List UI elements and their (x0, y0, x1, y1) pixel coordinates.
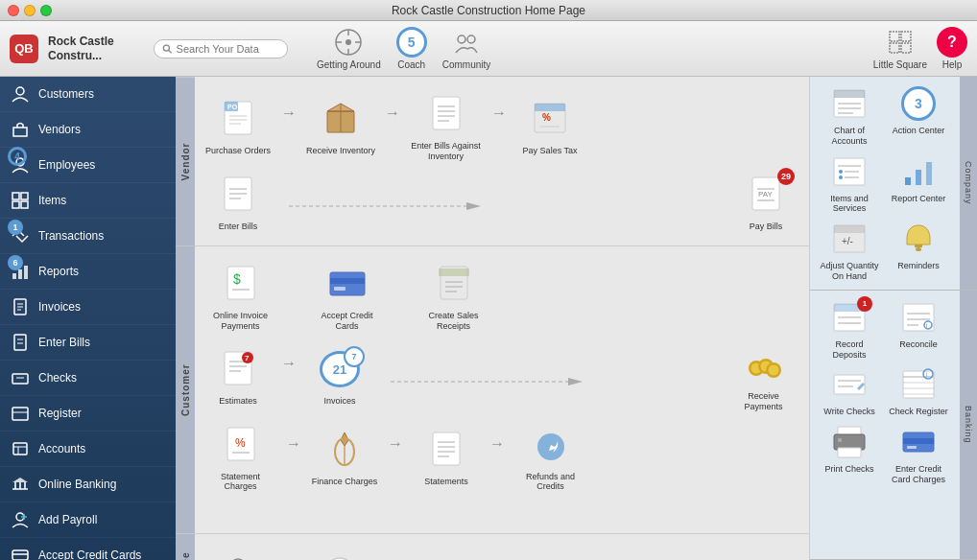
add-payroll-label: Add Payroll (38, 513, 97, 526)
svg-point-126 (839, 170, 843, 174)
svg-point-100 (768, 364, 779, 376)
svg-rect-164 (907, 446, 917, 449)
items-services-item[interactable]: Items and Services (818, 152, 881, 215)
svg-rect-21 (12, 273, 16, 279)
customers-label: Customers (38, 87, 94, 101)
sidebar-item-transactions[interactable]: 1 Transactions (0, 219, 176, 254)
nav-getting-around[interactable]: Getting Around (317, 27, 381, 70)
enter-credit-card-icon (897, 423, 940, 461)
pay-bills-item[interactable]: PAY 29 Pay Bills (732, 172, 799, 232)
help-button[interactable]: ? Help (937, 27, 967, 70)
purchase-orders-item[interactable]: PO Purchase Orders (204, 96, 272, 156)
sidebar-item-reports[interactable]: 6 Reports (0, 254, 176, 290)
close-button[interactable] (8, 5, 19, 16)
sidebar-item-online-banking[interactable]: Online Banking (0, 467, 176, 502)
pay-sales-tax-item[interactable]: % Pay Sales Tax (516, 96, 584, 156)
enter-time-item[interactable]: Enter Time (306, 548, 373, 560)
print-checks-item[interactable]: Print Checks (818, 423, 881, 485)
statement-charges-item[interactable]: % Statement Charges (204, 422, 276, 493)
company-section: Chart of Accounts 3 Action Center (810, 77, 977, 291)
online-banking-icon (10, 474, 31, 495)
search-box[interactable] (154, 39, 288, 58)
report-center-item[interactable]: Report Center (887, 152, 950, 215)
accept-cc-label: Accept Credit Cards (38, 548, 141, 560)
svg-rect-57 (433, 97, 460, 129)
sidebar-item-register[interactable]: Register (0, 396, 176, 432)
action-center-label: Action Center (893, 126, 945, 136)
enter-bills-item[interactable]: Enter Bills (204, 172, 272, 232)
sidebar-item-add-payroll[interactable]: Add Payroll (0, 502, 176, 538)
minimize-button[interactable] (24, 5, 36, 16)
checks-icon (10, 367, 31, 388)
svg-rect-10 (890, 32, 899, 41)
svg-rect-106 (433, 432, 460, 465)
sidebar-item-customers[interactable]: Customers (0, 77, 176, 112)
estimates-item[interactable]: 7 Estimates (204, 346, 272, 407)
svg-point-14 (16, 87, 24, 95)
record-deposits-item[interactable]: 1 Record Deposits (818, 298, 881, 361)
maximize-button[interactable] (40, 5, 52, 16)
svg-rect-160 (838, 438, 842, 442)
statements-item[interactable]: Statements (413, 427, 480, 487)
print-checks-icon (828, 423, 870, 461)
toolbar-nav: Getting Around 5 Coach Community (298, 27, 864, 70)
invoices-circle-label: Invoices (323, 396, 355, 407)
svg-point-3 (346, 39, 351, 45)
adjust-quantity-item[interactable]: +/- Adjust Quantity On Hand (818, 220, 881, 282)
employees-badge: 4 (8, 147, 27, 166)
customer-row-1: $ Online Invoice Payments → (204, 261, 799, 332)
sidebar-item-checks[interactable]: Checks (0, 361, 176, 396)
sidebar-item-items[interactable]: Items (0, 183, 176, 219)
svg-rect-83 (439, 268, 469, 276)
enter-bills-inv-item[interactable]: Enter Bills Against Inventory (410, 91, 482, 162)
svg-text:%: % (542, 112, 551, 123)
reconcile-item[interactable]: i Reconcile (887, 298, 950, 361)
svg-rect-80 (330, 278, 365, 284)
write-checks-item[interactable]: Write Checks (818, 365, 881, 417)
accounts-label: Accounts (38, 442, 85, 455)
svg-rect-17 (12, 193, 19, 199)
invoices-icon (10, 296, 31, 317)
items-services-icon (828, 152, 870, 191)
receive-inventory-item[interactable]: Receive Inventory (306, 96, 375, 156)
vendors-icon (10, 119, 31, 140)
finance-charges-item[interactable]: Finance Charges (311, 427, 378, 487)
reminders-item[interactable]: Reminders (887, 220, 950, 282)
create-sales-receipts-item[interactable]: Create Sales Receipts (417, 261, 489, 332)
refunds-credits-icon (526, 422, 576, 468)
sidebar-item-invoices[interactable]: Invoices (0, 290, 176, 325)
enter-credit-card-item[interactable]: Enter Credit Card Charges (887, 423, 950, 485)
search-input[interactable] (177, 43, 279, 55)
main-area: Customers Vendors 4 Employees Items (0, 77, 977, 560)
create-sales-receipts-icon (429, 261, 479, 307)
little-square-button[interactable]: Little Square (873, 27, 927, 70)
pay-bills-badge: 29 (777, 168, 795, 185)
invoices-circle-badge: 7 (344, 346, 365, 367)
nav-community[interactable]: Community (442, 27, 491, 70)
turn-on-payroll-item[interactable]: Turn on Payroll (204, 548, 272, 560)
accept-credit-cards-item[interactable]: Accept Credit Cards (311, 261, 383, 332)
receive-inventory-label: Receive Inventory (306, 146, 375, 156)
receive-payments-label: Receive Payments (727, 391, 799, 412)
nav-coach[interactable]: 5 Coach (396, 27, 427, 70)
chart-accounts-item[interactable]: Chart of Accounts (818, 84, 881, 147)
statements-icon (421, 427, 471, 473)
sidebar-item-accept-cc[interactable]: Accept Credit Cards (0, 538, 176, 560)
accept-cc-icon (10, 545, 31, 560)
sidebar-item-enter-bills[interactable]: Enter Bills (0, 325, 176, 361)
svg-rect-15 (13, 128, 27, 136)
sidebar-item-vendors[interactable]: Vendors (0, 112, 176, 148)
check-register-item[interactable]: i Check Register (887, 365, 950, 417)
sidebar-item-accounts[interactable]: Accounts (0, 432, 176, 467)
svg-rect-18 (21, 193, 28, 199)
action-center-item[interactable]: 3 Action Center (887, 84, 950, 147)
online-invoice-payments-item[interactable]: $ Online Invoice Payments (204, 261, 276, 332)
invoices-circle-item[interactable]: 21 7 Invoices (306, 346, 373, 407)
refunds-credits-item[interactable]: Refunds and Credits (514, 422, 586, 493)
arrow-8: → (388, 435, 403, 453)
receive-payments-item[interactable]: Receive Payments (727, 341, 799, 412)
customer-section: Customer $ Online Invoice Payments (176, 246, 809, 534)
sidebar-item-employees[interactable]: 4 Employees (0, 148, 176, 183)
svg-text:PO: PO (227, 104, 238, 110)
svg-rect-163 (903, 438, 934, 444)
